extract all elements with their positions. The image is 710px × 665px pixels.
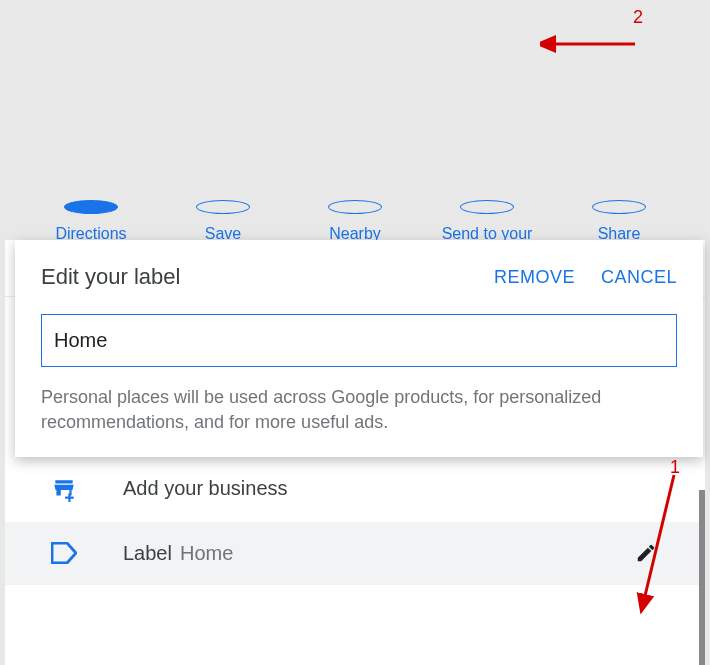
add-business-item[interactable]: Add your business [5,456,705,522]
scrollbar[interactable] [699,490,705,665]
annotation-arrow-2 [540,32,640,62]
edit-label-modal: Edit your label REMOVE CANCEL Personal p… [15,240,703,457]
label-icon [49,542,79,564]
label-value: Home [180,542,233,565]
add-business-label: Add your business [123,477,288,500]
directions-icon [64,200,118,214]
store-plus-icon [49,476,79,502]
modal-title: Edit your label [41,264,180,290]
nearby-icon [328,200,382,214]
label-item[interactable]: Label Home [5,522,705,585]
label-input[interactable] [41,314,677,367]
share-icon [592,200,646,214]
remove-button[interactable]: REMOVE [494,267,575,288]
annotation-arrow-1 [632,470,692,620]
annotation-2: 2 [633,7,643,28]
save-icon [196,200,250,214]
cancel-button[interactable]: CANCEL [601,267,677,288]
send-icon [460,200,514,214]
annotation-1: 1 [670,457,680,478]
label-text: Label [123,542,172,565]
svg-line-5 [644,475,674,600]
svg-rect-3 [65,496,74,498]
modal-hint: Personal places will be used across Goog… [41,385,677,435]
